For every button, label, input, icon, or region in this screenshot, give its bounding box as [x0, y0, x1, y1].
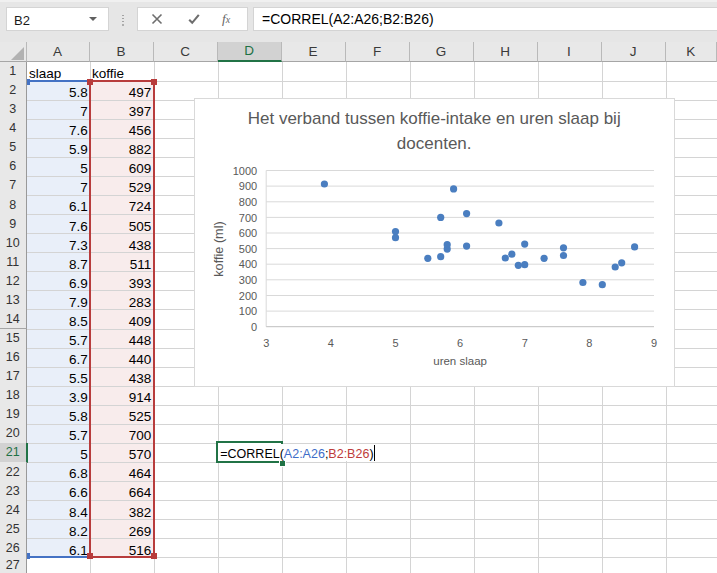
- svg-text:5: 5: [393, 337, 399, 349]
- svg-text:300: 300: [239, 274, 257, 286]
- svg-text:900: 900: [239, 180, 257, 192]
- svg-text:docenten.: docenten.: [397, 134, 472, 153]
- svg-text:3: 3: [263, 337, 269, 349]
- svg-text:100: 100: [239, 305, 257, 317]
- svg-text:200: 200: [239, 290, 257, 302]
- svg-text:600: 600: [239, 227, 257, 239]
- svg-text:uren slaap: uren slaap: [434, 355, 488, 367]
- svg-text:400: 400: [239, 258, 257, 270]
- svg-text:4: 4: [328, 337, 334, 349]
- svg-text:6: 6: [457, 337, 463, 349]
- svg-text:8: 8: [587, 337, 593, 349]
- svg-text:800: 800: [239, 196, 257, 208]
- svg-text:700: 700: [239, 212, 257, 224]
- svg-text:koffie (ml): koffie (ml): [212, 221, 226, 276]
- svg-text:9: 9: [651, 337, 657, 349]
- svg-text:Het verband tussen koffie-inta: Het verband tussen koffie-intake en uren…: [248, 109, 621, 128]
- svg-text:7: 7: [522, 337, 528, 349]
- svg-text:500: 500: [239, 243, 257, 255]
- svg-text:1000: 1000: [233, 165, 257, 177]
- svg-text:0: 0: [251, 321, 257, 333]
